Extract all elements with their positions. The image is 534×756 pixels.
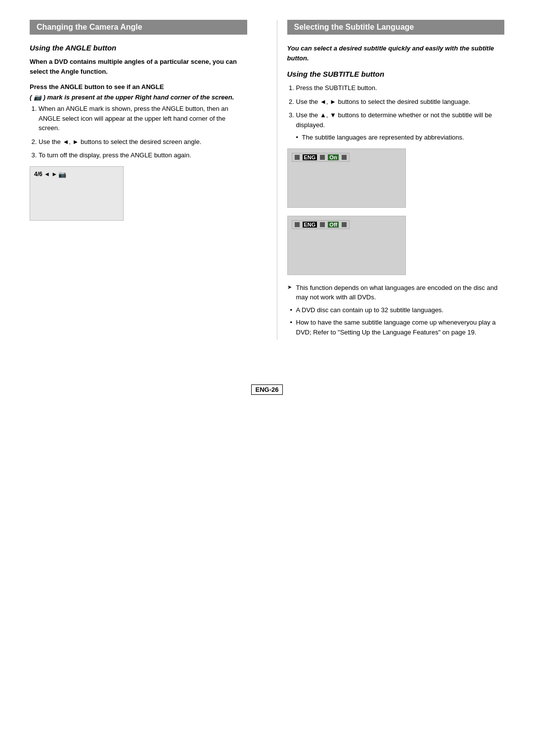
screen2-bar: ENG Off (292, 220, 350, 229)
right-subsection-title: Using the SUBTITLE button (287, 70, 505, 78)
screen1-eng: ENG (303, 154, 317, 160)
right-intro: You can select a desired subtitle quickl… (287, 44, 505, 63)
angle-screen-label: 4/6 ◄ ► 📷 (34, 171, 66, 178)
right-step-2: Use the ◄, ► buttons to select the desir… (296, 97, 505, 107)
left-section-header: Changing the Camera Angle (30, 20, 247, 35)
press-heading: Press the ANGLE button to see if an ANGL… (30, 83, 247, 91)
subtitle-screen-on: ENG On (287, 148, 406, 208)
notes-block: This function depends on what languages … (287, 283, 505, 337)
note-3: How to have the same subtitle language c… (287, 318, 505, 337)
screen1-bar: ENG On (292, 153, 350, 162)
sq1g (342, 155, 347, 160)
angle-icon: 📷 (58, 171, 66, 178)
right-step-3-text: Use the ▲, ▼ buttons to determine whethe… (296, 111, 492, 129)
note-3-text: How to have the same subtitle language c… (296, 319, 496, 336)
angle-screen-text: 4/6 ◄ ► (34, 171, 57, 178)
page-container: Changing the Camera Angle Using the ANGL… (30, 20, 504, 395)
subtitle-screen-off: ENG Off (287, 216, 406, 275)
right-step-3: Use the ▲, ▼ buttons to determine whethe… (296, 110, 505, 142)
left-column: Changing the Camera Angle Using the ANGL… (30, 20, 257, 340)
right-step-1: Press the SUBTITLE button. (296, 83, 505, 93)
sq2d (320, 222, 325, 227)
sq2a (295, 222, 300, 227)
page-footer: ENG-26 (30, 365, 504, 395)
abbreviation-note: The subtitle languages are represented b… (296, 133, 505, 142)
note-1: This function depends on what languages … (287, 283, 505, 302)
press-sub: ( 📷 ) mark is present at the upper Right… (30, 94, 247, 101)
left-steps-list: When an ANGLE mark is shown, press the A… (30, 104, 247, 160)
screen1-label-bar: ENG On (292, 153, 350, 162)
left-step-2: Use the ◄, ► buttons to select the desir… (39, 137, 247, 147)
two-column-layout: Changing the Camera Angle Using the ANGL… (30, 20, 504, 340)
screen2-label-bar: ENG Off (292, 220, 350, 229)
angle-screen-box: 4/6 ◄ ► 📷 (30, 166, 124, 221)
abbreviation-note-list: The subtitle languages are represented b… (296, 133, 505, 142)
screen2-eng: ENG (303, 222, 317, 228)
left-step-1: When an ANGLE mark is shown, press the A… (39, 104, 247, 133)
right-column: Selecting the Subtitle Language You can … (277, 20, 505, 340)
note-2-text: A DVD disc can contain up to 32 subtitle… (296, 306, 444, 314)
left-subsection-title: Using the ANGLE button (30, 44, 247, 52)
left-step-3: To turn off the display, press the ANGLE… (39, 150, 247, 160)
page-number: ENG-26 (251, 384, 283, 395)
left-intro: When a DVD contains multiple angles of a… (30, 57, 247, 76)
sq2g (342, 222, 347, 227)
sq1d (320, 155, 325, 160)
right-steps-list: Press the SUBTITLE button. Use the ◄, ► … (287, 83, 505, 142)
note-2: A DVD disc can contain up to 32 subtitle… (287, 305, 505, 315)
note-1-text: This function depends on what languages … (296, 284, 498, 301)
right-section-header: Selecting the Subtitle Language (287, 20, 505, 35)
screen1-state: On (328, 154, 338, 160)
sq1a (295, 155, 300, 160)
screen2-state: Off (328, 222, 339, 228)
